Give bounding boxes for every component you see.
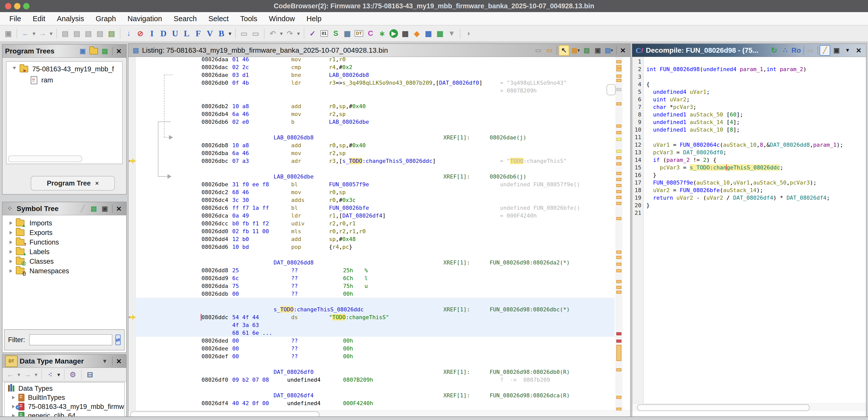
listing-row[interactable]: 08026db00f 4bldrr3=>s_3q498qLLKSo9no43_0… [128, 79, 630, 87]
listing-row[interactable] [128, 165, 630, 173]
listing-row[interactable]: 08026dda75??75hu [128, 282, 630, 290]
filter-funnel-icon[interactable]: ▼ [446, 28, 457, 39]
decompile-code-line[interactable]: FUN_08057f9e(auStack_10,uVar1,auStack_50… [646, 179, 817, 187]
close-icon[interactable]: × [854, 46, 864, 55]
listing-row[interactable] [128, 251, 630, 259]
overview-mark-orange[interactable] [616, 131, 621, 134]
symbol-tree-item-namespaces[interactable]: {}Namespaces [2, 266, 133, 276]
decompile-code-line[interactable]: int FUN_08026d98(undefined4 param_1,int … [646, 65, 807, 73]
gear-icon[interactable]: ⚙ [67, 369, 78, 381]
copy-icon[interactable]: ▭ [806, 46, 815, 55]
program-tree-hscrollbar[interactable] [8, 156, 82, 162]
export-table-icon[interactable]: ▦ [434, 28, 445, 39]
recent-history-icon[interactable]: ▤ [106, 28, 117, 39]
save-icon[interactable]: ▣ [3, 28, 14, 39]
overview-mark-orange[interactable] [616, 75, 621, 78]
redo-icon[interactable]: ↷ [284, 28, 296, 39]
listing-row[interactable]: 08026dc43c 30addsr0,#0x3c [128, 196, 630, 204]
decompile-hscrollbar-thumb[interactable] [637, 404, 810, 411]
overview-mark-orange[interactable] [616, 178, 621, 181]
run-script-icon[interactable]: ▶ [388, 28, 399, 39]
overview-mark-orange[interactable] [616, 184, 621, 187]
readonly-toggle[interactable]: Ro [792, 46, 801, 55]
overview-mark-orange[interactable] [616, 202, 621, 205]
overview-mark-orange[interactable] [616, 396, 621, 399]
listing-row[interactable] [128, 360, 630, 368]
open-folder-icon[interactable] [89, 47, 98, 56]
program-tree-ram[interactable]: ram [6, 75, 146, 85]
symbol-tree-item-labels[interactable]: ●Labels [2, 247, 133, 257]
program-tree-tab[interactable]: Program Tree × [31, 176, 115, 191]
label-l-icon[interactable]: L [181, 28, 192, 39]
overview-mark-orange[interactable] [616, 263, 621, 266]
overview-mark-orange[interactable] [616, 291, 621, 294]
decompile-code-line[interactable]: undefined4 uVar1; [646, 88, 710, 96]
prev-function-icon[interactable]: ▤ [60, 28, 71, 39]
listing-row[interactable]: 08026dd610 bdpop{r4,pc} [128, 243, 630, 251]
listing-row[interactable]: 08026ddb00??00h [128, 290, 630, 298]
listing-row[interactable]: 08026db810 a8addr0,sp,#0x40 [128, 141, 630, 149]
close-icon[interactable]: × [618, 46, 628, 55]
overview-mark-orange[interactable] [616, 251, 621, 254]
overview-mark-orange[interactable] [616, 65, 621, 68]
forward-dropdown-icon[interactable]: ▾ [33, 369, 38, 381]
decompile-code-line[interactable]: undefined1 auStack_14 [4]; [646, 118, 740, 126]
function-f-icon[interactable]: F [193, 28, 204, 39]
forward-dropdown-icon[interactable]: ▾ [49, 28, 54, 39]
snapshot-icon[interactable]: ▣ [100, 204, 110, 214]
overview-mark-orange[interactable] [616, 345, 621, 361]
overview-mark-orange[interactable] [616, 217, 621, 220]
path-dropdown-icon[interactable]: ▾ [56, 369, 61, 381]
decompile-code-line[interactable]: return uVar2 - (uVar2 / DAT_08026df4) * … [646, 194, 830, 202]
decompile-dropdown-icon[interactable]: ▼ [843, 46, 852, 55]
menu-item-search[interactable]: Search [168, 12, 203, 25]
script-manager-icon[interactable]: S [330, 28, 341, 39]
decompile-code-line[interactable]: undefined1 auStack_10 [8]; [646, 126, 740, 134]
listing-row[interactable]: 08026def00??00h [128, 353, 630, 360]
decompile-code-line[interactable]: { [646, 81, 650, 88]
menu-item-tools[interactable]: Tools [235, 12, 263, 25]
menu-item-window[interactable]: Window [263, 12, 301, 25]
validate-icon[interactable]: ✓ [307, 28, 318, 39]
register-manager-icon[interactable]: ▦ [400, 28, 411, 39]
overview-mark-orange[interactable] [616, 286, 621, 289]
listing-vscrollbar-thumb[interactable] [607, 84, 616, 95]
symbol-tree-item-functions[interactable]: fFunctions [2, 237, 133, 247]
paste-icon[interactable]: ▭ [545, 46, 554, 55]
decompile-code-line[interactable]: pcVar3 = s_TODO:changeThisS_08026ddc; [646, 164, 783, 171]
listing-row[interactable]: 08026db46a 46movr2,sp [128, 110, 630, 118]
dtm-archive-75-08163-43-my19-mbb-firmw[interactable]: ✓75-08163-43_my19_mbb_firmw [4, 402, 125, 412]
overview-mark-orange[interactable] [616, 172, 621, 175]
menu-item-file[interactable]: File [3, 12, 27, 25]
menu-item-graph[interactable]: Graph [90, 12, 122, 25]
decompile-code-line[interactable]: } [646, 171, 656, 179]
decompile-header[interactable]: Cƒ Decompile: FUN_08026d98 - (75... ↻ ∴ … [632, 44, 866, 57]
go-to-icon[interactable]: ↓ [123, 28, 134, 39]
dtm-root-row[interactable]: Data Types [4, 384, 125, 393]
overview-mark-red[interactable] [616, 332, 621, 335]
data-d-icon[interactable]: D [158, 28, 169, 39]
listing-row[interactable]: 08026df009 b2 07 08undefined40807B209h? … [128, 376, 630, 384]
create-structure-icon[interactable]: ▭ [239, 28, 250, 39]
listing-label-row[interactable]: s_TODO:changeThisS_08026ddcXREF[1]:FUN_0… [128, 306, 630, 313]
tab-close-icon[interactable]: × [95, 180, 99, 187]
listing-row[interactable] [128, 94, 630, 102]
listing-row[interactable]: 08026db210 a8addr0,sp,#0x40 [128, 102, 630, 110]
overview-mark-orange[interactable] [616, 190, 621, 193]
menu-item-analysis[interactable]: Analysis [51, 12, 90, 25]
back-icon[interactable]: ← [20, 28, 31, 39]
memory-map-icon[interactable]: ▦ [342, 28, 353, 39]
listing-row[interactable]: 08026dee00??00h [128, 345, 630, 353]
listing-row[interactable]: 08026dd002 fb 11 00mlsr0,r2,r1,r0 [128, 227, 630, 235]
decompile-hscrollbar[interactable] [632, 403, 866, 411]
symbol-tree-view[interactable]: ▲ImportsExportsfFunctions●LabelsⒸClasses… [2, 215, 126, 327]
listing-row[interactable] [128, 384, 630, 392]
dtm-archive-builtintypes[interactable]: BuiltInTypes [4, 393, 125, 402]
clear-code-icon[interactable]: ⊘ [135, 28, 146, 39]
listing-row[interactable]: 08026dd96c??6Chl [128, 274, 630, 282]
listing-row[interactable]: 08026dbc07 a3adrr3,[s_TODO:changeThisS_0… [128, 157, 630, 165]
decompile-code-line[interactable]: uVar1 = FUN_0802064c(auStack_10,8,&DAT_0… [646, 141, 843, 149]
overview-mark-orange[interactable] [616, 408, 621, 411]
listing-row[interactable]: 68 61 6e ... [128, 329, 630, 337]
program-trees-header[interactable]: Program Trees ▣ ▤ × [2, 45, 126, 58]
